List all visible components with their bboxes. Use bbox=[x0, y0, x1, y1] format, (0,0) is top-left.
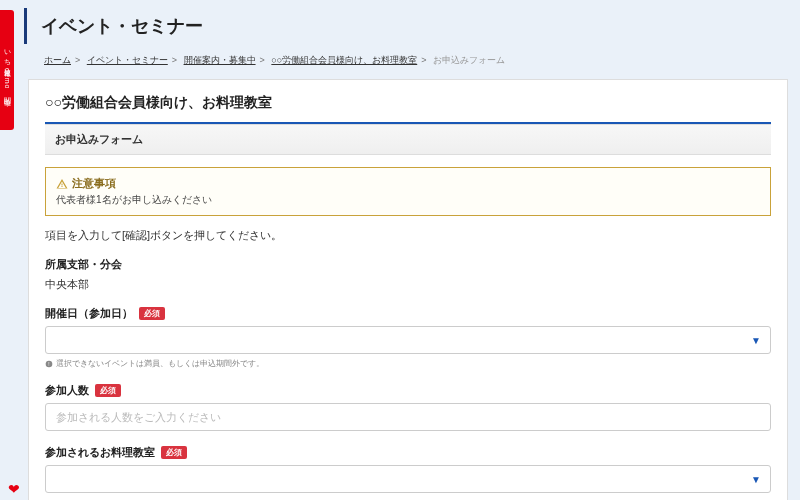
svg-text:!: ! bbox=[48, 361, 49, 366]
select-class[interactable] bbox=[45, 465, 771, 493]
label-count: 参加人数 bbox=[45, 383, 89, 398]
bottom-corner-icon: ❤ bbox=[8, 481, 20, 497]
required-badge: 必須 bbox=[139, 307, 165, 320]
label-date: 開催日（参加日） bbox=[45, 306, 133, 321]
side-demo-tab[interactable]: いち速報 demo 閲覧中 bbox=[0, 10, 14, 130]
breadcrumb-home[interactable]: ホーム bbox=[44, 55, 71, 65]
select-date[interactable] bbox=[45, 326, 771, 354]
form-card: ○○労働組合会員様向け、お料理教室 お申込みフォーム 注意事項 代表者様1名がお… bbox=[28, 79, 788, 500]
info-icon: ! bbox=[45, 360, 53, 368]
label-class: 参加されるお料理教室 bbox=[45, 445, 155, 460]
breadcrumb-detail[interactable]: ○○労働組合会員様向け、お料理教室 bbox=[271, 55, 417, 65]
field-class: 参加されるお料理教室 必須 ▼ bbox=[45, 445, 771, 493]
page-title: イベント・セミナー bbox=[41, 14, 792, 38]
field-branch: 所属支部・分会 中央本部 bbox=[45, 257, 771, 292]
breadcrumb: ホーム> イベント・セミナー> 開催案内・募集中> ○○労働組合会員様向け、お料… bbox=[44, 54, 792, 67]
breadcrumb-list[interactable]: 開催案内・募集中 bbox=[184, 55, 256, 65]
breadcrumb-current: お申込みフォーム bbox=[433, 55, 505, 65]
notice-body: 代表者様1名がお申し込みください bbox=[56, 193, 760, 207]
field-count: 参加人数 必須 bbox=[45, 383, 771, 431]
required-badge: 必須 bbox=[161, 446, 187, 459]
input-count[interactable] bbox=[45, 403, 771, 431]
value-branch: 中央本部 bbox=[45, 277, 771, 292]
label-branch: 所属支部・分会 bbox=[45, 257, 122, 272]
lead-text: 項目を入力して[確認]ボタンを押してください。 bbox=[45, 228, 771, 243]
breadcrumb-event[interactable]: イベント・セミナー bbox=[87, 55, 168, 65]
card-title: ○○労働組合会員様向け、お料理教室 bbox=[45, 94, 771, 112]
page-title-bar: イベント・セミナー bbox=[24, 8, 792, 44]
required-badge: 必須 bbox=[95, 384, 121, 397]
hint-date: ! 選択できないイベントは満員、もしくは申込期間外です。 bbox=[45, 358, 771, 369]
notice-title: 注意事項 bbox=[72, 176, 116, 191]
notice-box: 注意事項 代表者様1名がお申し込みください bbox=[45, 167, 771, 216]
field-date: 開催日（参加日） 必須 ▼ ! 選択できないイベントは満員、もしくは申込期間外で… bbox=[45, 306, 771, 369]
section-header: お申込みフォーム bbox=[45, 124, 771, 155]
warning-icon bbox=[56, 178, 68, 190]
side-demo-label: いち速報 demo 閲覧中 bbox=[2, 45, 12, 95]
